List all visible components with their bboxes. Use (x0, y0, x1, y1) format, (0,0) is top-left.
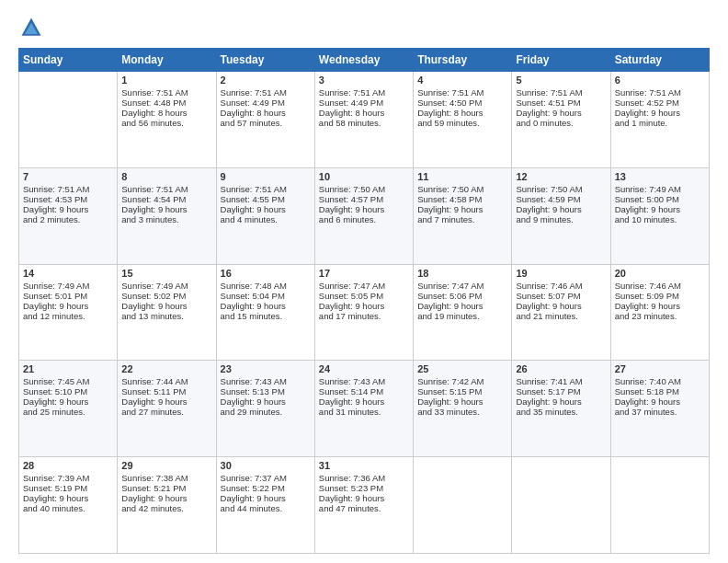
day-info-line: Sunrise: 7:51 AM (319, 87, 409, 98)
day-info-line: Sunrise: 7:39 AM (23, 473, 113, 483)
day-number: 8 (121, 171, 211, 182)
calendar-cell: 22Sunrise: 7:44 AMSunset: 5:11 PMDayligh… (118, 361, 216, 457)
day-info-line: Sunset: 5:05 PM (319, 291, 409, 301)
day-info-line: Sunset: 4:53 PM (23, 194, 113, 204)
calendar-cell: 23Sunrise: 7:43 AMSunset: 5:13 PMDayligh… (216, 361, 314, 457)
weekday-header-friday: Friday (512, 49, 610, 72)
calendar-cell: 12Sunrise: 7:50 AMSunset: 4:59 PMDayligh… (512, 167, 610, 264)
day-info-line: and 35 minutes. (516, 407, 606, 417)
day-number: 28 (23, 460, 113, 471)
day-number: 6 (615, 75, 705, 86)
day-number: 2 (221, 75, 311, 86)
day-info-line: and 19 minutes. (417, 311, 507, 321)
day-info-line: Sunrise: 7:51 AM (221, 87, 311, 98)
day-info-line: Daylight: 9 hours (417, 204, 507, 214)
day-info-line: Daylight: 9 hours (23, 301, 113, 311)
calendar-cell: 27Sunrise: 7:40 AMSunset: 5:18 PMDayligh… (610, 361, 709, 457)
calendar-cell: 30Sunrise: 7:37 AMSunset: 5:22 PMDayligh… (216, 457, 314, 554)
day-info-line: Sunrise: 7:44 AM (121, 376, 211, 386)
day-info-line: and 31 minutes. (319, 407, 409, 417)
calendar-cell (19, 72, 118, 168)
day-info-line: Daylight: 9 hours (516, 301, 606, 311)
calendar-cell: 16Sunrise: 7:48 AMSunset: 5:04 PMDayligh… (216, 264, 314, 361)
day-number: 3 (319, 75, 409, 86)
day-info-line: and 23 minutes. (615, 311, 705, 321)
day-info-line: Sunrise: 7:51 AM (121, 184, 211, 194)
day-number: 25 (417, 363, 507, 374)
logo-icon (18, 15, 44, 40)
day-info-line: and 47 minutes. (319, 503, 409, 513)
day-info-line: Sunset: 5:06 PM (417, 291, 507, 301)
day-info-line: Sunrise: 7:48 AM (221, 281, 311, 291)
day-number: 20 (615, 268, 705, 279)
day-number: 7 (23, 171, 113, 182)
day-info-line: Daylight: 9 hours (221, 204, 311, 214)
day-info-line: Daylight: 9 hours (417, 301, 507, 311)
day-number: 19 (516, 268, 606, 279)
day-info-line: and 6 minutes. (319, 214, 409, 224)
calendar-cell: 13Sunrise: 7:49 AMSunset: 5:00 PMDayligh… (610, 167, 709, 264)
day-number: 24 (319, 363, 409, 374)
weekday-header-row: SundayMondayTuesdayWednesdayThursdayFrid… (19, 49, 710, 72)
header (18, 15, 710, 40)
day-number: 12 (516, 171, 606, 182)
day-info-line: Sunrise: 7:46 AM (615, 281, 705, 291)
day-info-line: and 17 minutes. (319, 311, 409, 321)
day-info-line: Sunset: 5:09 PM (615, 291, 705, 301)
day-info-line: Sunset: 5:21 PM (121, 483, 211, 493)
calendar-cell: 14Sunrise: 7:49 AMSunset: 5:01 PMDayligh… (19, 264, 118, 361)
calendar-cell: 29Sunrise: 7:38 AMSunset: 5:21 PMDayligh… (118, 457, 216, 554)
calendar-cell: 2Sunrise: 7:51 AMSunset: 4:49 PMDaylight… (216, 72, 314, 168)
day-info-line: Sunrise: 7:45 AM (23, 376, 113, 386)
calendar-cell: 7Sunrise: 7:51 AMSunset: 4:53 PMDaylight… (19, 167, 118, 264)
day-info-line: and 9 minutes. (516, 214, 606, 224)
day-info-line: Daylight: 8 hours (417, 108, 507, 118)
day-info-line: and 58 minutes. (319, 118, 409, 128)
day-info-line: Daylight: 8 hours (121, 108, 211, 118)
day-info-line: Daylight: 9 hours (121, 493, 211, 503)
weekday-header-tuesday: Tuesday (216, 49, 314, 72)
day-info-line: and 4 minutes. (221, 214, 311, 224)
day-info-line: Sunset: 4:58 PM (417, 194, 507, 204)
day-info-line: Sunrise: 7:36 AM (319, 473, 409, 483)
day-number: 18 (417, 268, 507, 279)
calendar-cell: 20Sunrise: 7:46 AMSunset: 5:09 PMDayligh… (610, 264, 709, 361)
day-info-line: Sunset: 5:10 PM (23, 386, 113, 396)
day-info-line: Sunset: 4:49 PM (221, 98, 311, 108)
weekday-header-sunday: Sunday (19, 49, 118, 72)
week-row-1: 1Sunrise: 7:51 AMSunset: 4:48 PMDaylight… (19, 72, 710, 168)
day-info-line: Daylight: 9 hours (23, 493, 113, 503)
day-number: 26 (516, 363, 606, 374)
day-info-line: and 37 minutes. (615, 407, 705, 417)
day-info-line: Sunrise: 7:51 AM (23, 184, 113, 194)
day-number: 5 (516, 75, 606, 86)
day-info-line: Sunset: 5:02 PM (121, 291, 211, 301)
logo (18, 15, 48, 40)
day-info-line: Daylight: 9 hours (121, 301, 211, 311)
day-info-line: Sunset: 5:15 PM (417, 386, 507, 396)
day-info-line: and 57 minutes. (221, 118, 311, 128)
day-info-line: Sunset: 4:50 PM (417, 98, 507, 108)
day-info-line: Sunset: 5:19 PM (23, 483, 113, 493)
day-info-line: Sunrise: 7:51 AM (121, 87, 211, 98)
day-info-line: Sunrise: 7:43 AM (221, 376, 311, 386)
day-info-line: Sunrise: 7:47 AM (417, 281, 507, 291)
day-info-line: Sunrise: 7:42 AM (417, 376, 507, 386)
day-info-line: Daylight: 9 hours (516, 396, 606, 407)
day-info-line: Sunset: 5:23 PM (319, 483, 409, 493)
week-row-5: 28Sunrise: 7:39 AMSunset: 5:19 PMDayligh… (19, 457, 710, 554)
day-number: 21 (23, 363, 113, 374)
calendar-cell: 4Sunrise: 7:51 AMSunset: 4:50 PMDaylight… (414, 72, 512, 168)
day-info-line: and 27 minutes. (121, 407, 211, 417)
week-row-4: 21Sunrise: 7:45 AMSunset: 5:10 PMDayligh… (19, 361, 710, 457)
day-info-line: and 42 minutes. (121, 503, 211, 513)
day-info-line: Sunset: 4:52 PM (615, 98, 705, 108)
weekday-header-wednesday: Wednesday (314, 49, 413, 72)
day-info-line: Daylight: 9 hours (615, 204, 705, 214)
day-info-line: Daylight: 9 hours (615, 108, 705, 118)
day-info-line: Sunrise: 7:47 AM (319, 281, 409, 291)
day-info-line: and 2 minutes. (23, 214, 113, 224)
calendar-cell: 28Sunrise: 7:39 AMSunset: 5:19 PMDayligh… (19, 457, 118, 554)
day-info-line: Sunset: 4:51 PM (516, 98, 606, 108)
day-info-line: and 56 minutes. (121, 118, 211, 128)
